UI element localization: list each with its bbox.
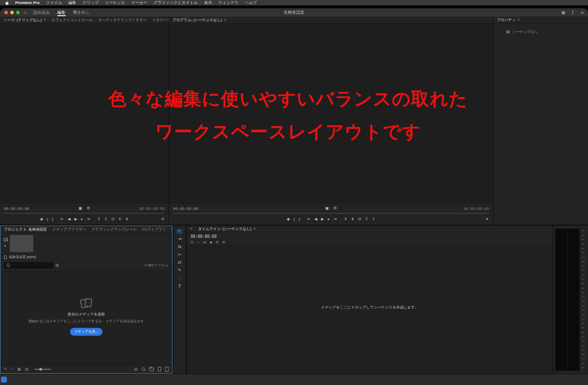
workspace-tab-export[interactable]: 書き出し <box>73 8 90 17</box>
poster-frame-icon[interactable] <box>3 238 8 241</box>
linked-selection-icon[interactable]: ⋈ <box>203 240 206 244</box>
close-panel-icon[interactable]: × <box>190 227 193 231</box>
source-scrubber[interactable] <box>4 213 165 214</box>
new-bin-button[interactable] <box>149 368 154 371</box>
menubar-item-sequence[interactable]: シーケンス <box>105 0 125 5</box>
workspace-switcher-icon[interactable]: ▦ <box>562 11 565 15</box>
add-marker-icon[interactable]: ◆ <box>40 217 43 221</box>
menubar-item-edit[interactable]: 編集 <box>69 0 76 5</box>
razor-tool[interactable]: ✂ <box>178 253 182 257</box>
go-to-out-icon[interactable]: ⇥ <box>87 217 90 221</box>
timeline-display-settings-icon[interactable]: ⊞ <box>222 240 225 244</box>
overwrite-icon[interactable]: ↥ <box>372 217 375 221</box>
import-media-button[interactable]: メディアを読... <box>70 328 103 335</box>
project-media-list[interactable]: 自分のメディアを追加 開始するにはメディアをここにドラッグするか、メディアを読み… <box>0 271 172 365</box>
mark-out-icon[interactable]: } <box>52 217 53 221</box>
timeline-track-area[interactable]: メディアをここにドロップしてシーケンスを作成します。 <box>187 246 553 374</box>
insert-icon[interactable]: ↧ <box>98 217 100 221</box>
tab-source[interactable]: ソース: (クリップなし) <box>3 18 42 23</box>
program-scrubber[interactable] <box>173 213 489 214</box>
automate-to-sequence-button[interactable]: ▤ <box>134 367 138 371</box>
export-frame-icon[interactable]: ⊡ <box>358 217 361 221</box>
panel-menu-icon[interactable]: ≡ <box>44 18 46 22</box>
selection-tool[interactable]: ↖ <box>176 229 183 234</box>
play-preview-icon[interactable]: ▸ <box>4 244 6 247</box>
hand-tool[interactable]: ☞ <box>177 276 181 281</box>
icon-view-button[interactable]: ▦ <box>17 367 21 371</box>
tab-graphic-templates[interactable]: グラフィックテンプレート <box>92 227 137 232</box>
minimize-window-button[interactable] <box>10 11 14 14</box>
project-file-row[interactable]: 名称未設定.prproj <box>0 253 172 261</box>
overwrite-icon[interactable]: ↥ <box>104 217 107 221</box>
add-marker-icon[interactable]: ◆ <box>287 217 290 221</box>
extract-icon[interactable]: ⇟ <box>351 217 354 221</box>
tab-audio-clip-mixer[interactable]: オーディオクリップミキサー <box>98 18 147 23</box>
dock-app-icon[interactable] <box>1 377 7 383</box>
tab-effect-controls[interactable]: エフェクトコントロール <box>51 18 93 23</box>
play-button[interactable]: ▶ <box>321 217 324 221</box>
timeline-timecode[interactable]: 00:00:00:00 <box>187 232 553 239</box>
freeform-view-button[interactable]: ▤ <box>25 367 29 371</box>
mark-in-icon[interactable]: { <box>47 217 49 221</box>
fullscreen-icon[interactable]: ⇲ <box>580 11 584 15</box>
button-editor-icon[interactable]: + <box>161 217 164 222</box>
menubar-item-file[interactable]: ファイル <box>46 0 62 5</box>
play-button[interactable]: ▶ <box>74 217 77 221</box>
button-editor-icon[interactable]: + <box>486 217 489 222</box>
menubar-item-clip[interactable]: クリップ <box>83 0 99 5</box>
menubar-item-marker[interactable]: マーカー <box>131 0 147 5</box>
mark-out-icon[interactable]: } <box>299 217 300 221</box>
go-to-out-icon[interactable]: ⇥ <box>334 217 337 221</box>
zoom-slider[interactable] <box>34 369 51 370</box>
tab-media-browser[interactable]: メディアブラウザー <box>52 227 86 232</box>
menubar-app-name[interactable]: Premiere Pro <box>15 0 40 5</box>
list-view-button[interactable]: ≡ <box>11 367 14 371</box>
apple-menu-icon[interactable] <box>5 0 9 5</box>
tab-metadata[interactable]: メタデータ <box>152 18 169 23</box>
monitor-wrench-icon[interactable]: ⚙ <box>333 206 337 210</box>
step-forward-icon[interactable]: ▸ <box>81 217 83 221</box>
monitor-settings-icon[interactable]: ▣ <box>78 206 82 210</box>
tab-timeline[interactable]: タイムライン: (シーケンスなし) <box>198 227 251 231</box>
pen-tool[interactable]: ✎ <box>178 268 182 273</box>
menubar-item-help[interactable]: ヘルプ <box>245 0 257 5</box>
share-icon[interactable]: ↥ <box>571 11 575 15</box>
ripple-edit-tool[interactable]: ⇆ <box>178 245 182 249</box>
tab-info[interactable]: 情報 <box>172 227 172 232</box>
export-frame-icon[interactable]: ⊡ <box>111 217 114 221</box>
snap-icon[interactable]: ∩ <box>197 240 199 244</box>
step-back-icon[interactable]: ◀ <box>68 217 71 221</box>
zoom-window-button[interactable] <box>16 11 20 14</box>
mark-in-icon[interactable]: { <box>294 217 295 221</box>
tab-properties[interactable]: プロパティ <box>497 18 515 23</box>
track-select-forward-tool[interactable]: ⇥ <box>178 237 182 241</box>
go-to-in-icon[interactable]: ⇤ <box>61 217 64 221</box>
search-input[interactable] <box>12 264 50 267</box>
panel-menu-icon[interactable]: ≡ <box>253 227 256 231</box>
home-icon[interactable]: ⌂ <box>24 10 26 15</box>
monitor-settings-icon[interactable]: ▣ <box>325 206 329 210</box>
lift-icon[interactable]: ⇞ <box>119 217 122 221</box>
step-forward-icon[interactable]: ▸ <box>328 217 330 221</box>
add-marker-icon[interactable]: ◆ <box>210 240 212 244</box>
tab-cc-libraries[interactable]: CCライブラリ <box>142 227 166 232</box>
search-filter-icon[interactable]: ▥ <box>55 263 59 267</box>
go-to-in-icon[interactable]: ⇤ <box>307 217 310 221</box>
extract-icon[interactable]: ⇟ <box>125 217 128 221</box>
lift-icon[interactable]: ⇞ <box>344 217 347 221</box>
close-window-button[interactable] <box>4 11 8 14</box>
menubar-item-view[interactable]: 表示 <box>204 0 212 5</box>
find-button[interactable] <box>142 367 146 371</box>
type-tool[interactable]: T <box>178 284 181 288</box>
panel-menu-icon[interactable]: ≡ <box>224 18 226 22</box>
slip-tool[interactable]: ⇄ <box>178 260 182 265</box>
menubar-item-graphics-titles[interactable]: グラフィックとタイトル <box>153 0 197 5</box>
monitor-wrench-icon[interactable]: ⚙ <box>87 206 90 210</box>
menubar-item-window[interactable]: ウィンドウ <box>219 0 239 5</box>
delete-button[interactable] <box>165 368 169 372</box>
tab-project[interactable]: プロジェクト: 名称未設定 <box>4 227 47 232</box>
tab-program[interactable]: プログラム: (シーケンスなし) <box>172 18 222 23</box>
insert-icon[interactable]: ↧ <box>365 217 368 221</box>
search-box[interactable] <box>4 262 53 268</box>
workspace-tab-edit[interactable]: 編集 <box>57 8 66 17</box>
